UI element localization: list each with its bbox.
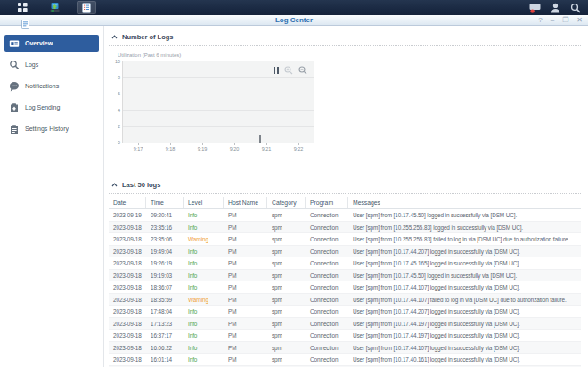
table-row[interactable]: 2023-09-18 19:26:19 Info PM spm Connecti… bbox=[109, 257, 581, 270]
window-title: Log Center bbox=[0, 15, 588, 26]
table-row[interactable]: 2023-09-18 17:48:04 Info PM spm Connecti… bbox=[109, 306, 581, 318]
table-row[interactable]: 2023-09-18 23:35:06 Warning PM spm Conne… bbox=[109, 233, 581, 246]
table-row[interactable]: 2023-09-19 09:20:41 Info PM spm Connecti… bbox=[109, 209, 581, 222]
log-cell-time: 16:37:17 bbox=[146, 330, 184, 341]
log-cell-message: User [spm] from [10.17.44.207] logged in… bbox=[348, 306, 581, 317]
log-cell-date: 2023-09-18 bbox=[109, 281, 146, 293]
log-cell-program: Connection bbox=[306, 233, 348, 245]
log-cell-hostname: PM bbox=[224, 342, 267, 354]
log-cell-hostname: PM bbox=[224, 222, 267, 233]
y-axis-tick-label: 0 bbox=[118, 140, 120, 145]
column-header-time[interactable]: Time bbox=[146, 197, 184, 208]
column-header-date[interactable]: Date bbox=[109, 197, 146, 208]
log-cell-time: 09:20:41 bbox=[146, 209, 184, 221]
log-cell-time: 23:35:16 bbox=[146, 222, 184, 233]
window-titlebar[interactable]: Log Center ? – ❐ ✕ bbox=[0, 15, 588, 26]
sidebar-item-settings-history[interactable]: Settings History bbox=[4, 120, 99, 137]
sidebar-item-notifications[interactable]: Notifications bbox=[4, 77, 99, 94]
overview-icon bbox=[9, 38, 20, 49]
sidebar-item-log-sending[interactable]: Log Sending bbox=[4, 99, 99, 116]
log-cell-date: 2023-09-18 bbox=[109, 306, 146, 317]
table-row[interactable]: 2023-09-18 19:19:03 Info PM spm Connecti… bbox=[109, 270, 581, 282]
apps-grid-icon bbox=[18, 3, 28, 12]
table-row[interactable]: 2023-09-18 18:35:59 Warning PM spm Conne… bbox=[109, 294, 581, 306]
taskbar-notifications-button[interactable] bbox=[529, 3, 541, 13]
section-header-last-50-logs[interactable]: Last 50 logs bbox=[109, 177, 581, 194]
user-icon bbox=[551, 3, 560, 13]
table-row[interactable]: 2023-09-18 16:01:14 Info PM spm Connecti… bbox=[109, 354, 581, 366]
chart-pause-button[interactable] bbox=[274, 67, 279, 74]
taskbar-user-button[interactable] bbox=[551, 3, 560, 13]
gridline bbox=[123, 110, 314, 111]
log-cell-date: 2023-09-18 bbox=[109, 222, 146, 233]
log-cell-date: 2023-09-18 bbox=[109, 330, 146, 341]
x-axis-tick-mark bbox=[234, 143, 235, 145]
storage-app-button[interactable] bbox=[45, 1, 64, 14]
y-axis-tick-label: 6 bbox=[118, 91, 120, 96]
sidebar-label-log-sending: Log Sending bbox=[25, 104, 60, 110]
close-button[interactable]: ✕ bbox=[576, 15, 583, 26]
log-cell-date: 2023-09-18 bbox=[109, 318, 146, 330]
maximize-button[interactable]: ❐ bbox=[562, 15, 568, 26]
x-axis-tick-label: 9:17 bbox=[134, 146, 143, 151]
log-cell-date: 2023-09-18 bbox=[109, 354, 146, 365]
gridline bbox=[123, 77, 314, 78]
log-cell-message: User [spm] from [10.17.44.207] logged in… bbox=[348, 246, 581, 257]
log-cell-level: Info bbox=[184, 306, 224, 317]
notifications-icon bbox=[9, 81, 20, 92]
column-header-host-name[interactable]: Host Name bbox=[224, 197, 267, 208]
table-row[interactable]: 2023-09-18 23:35:16 Info PM spm Connecti… bbox=[109, 222, 581, 234]
chart-y-axis: 0246810 bbox=[110, 61, 122, 143]
log-cell-hostname: PM bbox=[224, 281, 267, 293]
table-row[interactable]: 2023-09-18 19:49:04 Info PM spm Connecti… bbox=[109, 246, 581, 258]
log-cell-level: Info bbox=[184, 246, 224, 257]
x-axis-tick-mark bbox=[202, 143, 203, 145]
column-header-program[interactable]: Program bbox=[306, 197, 348, 208]
x-axis-tick-mark bbox=[298, 143, 299, 145]
column-header-messages[interactable]: Messages bbox=[348, 197, 581, 208]
main-content: Number of Logs Utilization (Past 6 minut… bbox=[104, 26, 588, 367]
log-cell-message: User [spm] from [10.17.40.161] logged in… bbox=[348, 354, 581, 365]
x-axis-tick-label: 9:19 bbox=[198, 146, 208, 151]
log-cell-date: 2023-09-18 bbox=[109, 246, 146, 257]
log-cell-category: spm bbox=[267, 281, 306, 293]
log-cell-date: 2023-09-18 bbox=[109, 342, 146, 354]
help-button[interactable]: ? bbox=[538, 15, 542, 26]
section-header-number-of-logs[interactable]: Number of Logs bbox=[109, 29, 581, 46]
log-cell-time: 18:36:07 bbox=[146, 281, 184, 293]
collapse-chevron-up-icon bbox=[111, 35, 118, 39]
y-axis-tick-label: 2 bbox=[118, 124, 120, 129]
log-cell-category: spm bbox=[267, 318, 306, 330]
notification-badge-dot bbox=[530, 9, 534, 12]
minimize-button[interactable]: – bbox=[551, 15, 554, 26]
log-cell-time: 19:19:03 bbox=[146, 270, 184, 281]
log-cell-category: spm bbox=[267, 270, 306, 281]
log-cell-date: 2023-09-19 bbox=[109, 209, 146, 221]
table-row[interactable]: 2023-09-18 16:06:22 Info PM spm Connecti… bbox=[109, 342, 581, 355]
log-cell-level: Info bbox=[184, 222, 224, 233]
y-axis-tick-label: 4 bbox=[118, 108, 120, 113]
apps-menu-button[interactable] bbox=[12, 1, 32, 14]
chart-zoom-in-button[interactable] bbox=[284, 66, 293, 75]
table-row[interactable]: 2023-09-18 16:37:17 Info PM spm Connecti… bbox=[109, 330, 581, 342]
log-cell-message: User [spm] from [10.17.44.107] failed to… bbox=[348, 294, 581, 306]
log-center-app-button[interactable] bbox=[77, 1, 96, 14]
chart-zoom-out-button[interactable] bbox=[298, 66, 307, 75]
log-cell-program: Connection bbox=[306, 330, 348, 341]
log-sending-icon bbox=[9, 102, 20, 113]
table-row[interactable]: 2023-09-18 17:13:23 Info PM spm Connecti… bbox=[109, 318, 581, 330]
chart-plot-area bbox=[122, 61, 314, 143]
log-cell-date: 2023-09-18 bbox=[109, 233, 146, 245]
column-header-category[interactable]: Category bbox=[267, 197, 306, 208]
sidebar-item-overview[interactable]: Overview bbox=[4, 35, 99, 52]
table-row[interactable]: 2023-09-18 18:36:07 Info PM spm Connecti… bbox=[109, 281, 581, 294]
log-cell-category: spm bbox=[267, 306, 306, 317]
column-header-level[interactable]: Level bbox=[184, 197, 224, 208]
taskbar-search-button[interactable] bbox=[570, 3, 581, 13]
log-cell-program: Connection bbox=[306, 318, 348, 330]
logs-icon bbox=[9, 60, 20, 70]
log-cell-level: Info bbox=[184, 209, 224, 221]
log-cell-level: Info bbox=[184, 270, 224, 281]
sidebar-item-logs[interactable]: Logs bbox=[4, 56, 99, 73]
log-cell-program: Connection bbox=[306, 342, 348, 354]
